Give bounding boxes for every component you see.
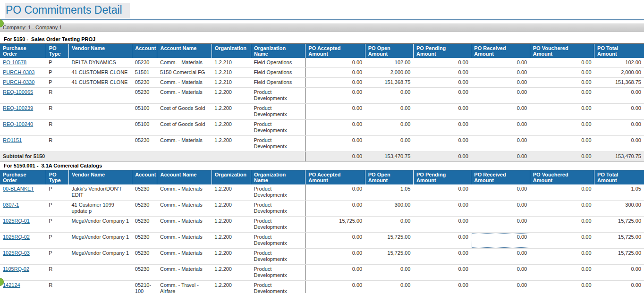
column-header-pending[interactable]: PO Pending Amount <box>414 44 471 58</box>
cell-vendor: MegaVendor Company 1 <box>68 233 132 249</box>
table-row: 1025RQ-02PMegaVendor Company 105230Comm.… <box>0 233 644 249</box>
section-header: For 5150 - Sales Order Testing PROJ <box>0 35 644 44</box>
cell-total: 0.00 <box>594 104 644 120</box>
cell-po: 142124 <box>0 281 46 293</box>
cell-pending: 0.00 <box>414 233 471 249</box>
cell-po: RQ1151 <box>0 136 46 152</box>
table-row: PURCH-0330P41 CUSTOMER CLONE05230Comm. -… <box>0 78 644 88</box>
column-header-org_name[interactable]: Organization Name <box>251 170 305 184</box>
cell-account_name: Comm. - Materials <box>157 58 212 68</box>
cell-total: 15,725.00 <box>594 249 644 265</box>
cell-org_name: Product Developmentx <box>251 136 305 152</box>
cell-vouchered: 0.00 <box>530 265 594 281</box>
cell-account: 05230 <box>132 184 157 201</box>
column-header-account_name[interactable]: Account Name <box>157 44 212 58</box>
column-header-account_name[interactable]: Account Name <box>157 170 212 184</box>
column-header-po[interactable]: Purchase Order <box>0 170 46 184</box>
cell-vendor <box>68 281 132 293</box>
po-link[interactable]: REQ-100240 <box>3 121 33 127</box>
subtotal-open: 153,470.75 <box>365 152 413 162</box>
cell-po_type: R <box>46 120 68 136</box>
column-header-org[interactable]: Organization <box>212 170 251 184</box>
column-header-open[interactable]: PO Open Amount <box>365 170 413 184</box>
cell-vendor <box>68 120 132 136</box>
table-row: 1025RQ-01PMegaVendor Company 105230Comm.… <box>0 217 644 233</box>
cell-received: 0.00 <box>471 120 530 136</box>
cell-org: 1.2.200 <box>212 120 251 136</box>
cell-vouchered: 0.00 <box>530 58 594 68</box>
cell-received-focused[interactable]: 0.00 <box>471 233 530 249</box>
po-link[interactable]: REQ-100239 <box>3 105 33 111</box>
column-header-vendor[interactable]: Vendor Name <box>68 44 132 58</box>
column-header-vouchered[interactable]: PO Vouchered Amount <box>530 170 594 184</box>
column-header-total[interactable]: PO Total Amount <box>594 44 644 58</box>
column-header-account[interactable]: Account <box>132 170 157 184</box>
cell-vouchered: 0.00 <box>530 249 594 265</box>
subtotal-pending: 0.00 <box>414 152 471 162</box>
cell-vendor <box>68 136 132 152</box>
table-row: REQ-100239R05100Cost of Goods Sold1.2.20… <box>0 104 644 120</box>
table-row: 0307-1P41 Customer 1099 update p05230Com… <box>0 201 644 217</box>
column-header-org_name[interactable]: Organization Name <box>251 44 305 58</box>
po-link[interactable]: 1105RQ-02 <box>3 266 29 272</box>
column-header-po_type[interactable]: PO Type <box>46 170 68 184</box>
po-link[interactable]: PURCH-0303 <box>3 69 34 75</box>
cell-received: 0.00 <box>471 201 530 217</box>
cell-accepted: 0.00 <box>305 58 365 68</box>
cell-open: 2,000.00 <box>365 68 413 78</box>
cell-pending: 0.00 <box>414 217 471 233</box>
column-header-vouchered[interactable]: PO Vouchered Amount <box>530 44 594 58</box>
column-header-open[interactable]: PO Open Amount <box>365 44 413 58</box>
table-row: 00-BLANKETPJakki's Vendor/DON'T EDIT0523… <box>0 184 644 201</box>
column-header-account[interactable]: Account <box>132 44 157 58</box>
cell-accepted: 0.00 <box>305 265 365 281</box>
po-commitments-table: Purchase OrderPO TypeVendor NameAccountA… <box>0 170 644 293</box>
cell-pending: 0.00 <box>414 120 471 136</box>
po-link[interactable]: RQ1151 <box>3 137 22 143</box>
cell-po_type: P <box>46 217 68 233</box>
cell-received: 0.00 <box>471 136 530 152</box>
cell-account_name: Comm. - Materials <box>157 88 212 104</box>
cell-total: 0.00 <box>594 281 644 293</box>
po-link[interactable]: PURCH-0330 <box>3 79 34 85</box>
cell-account_name: Comm. - Materials <box>157 184 212 201</box>
cell-vouchered: 0.00 <box>530 201 594 217</box>
column-header-org[interactable]: Organization <box>212 44 251 58</box>
column-header-total[interactable]: PO Total Amount <box>594 170 644 184</box>
cell-org: 1.2.200 <box>212 265 251 281</box>
cell-accepted: 15,725.00 <box>305 217 365 233</box>
po-link[interactable]: PO-10578 <box>3 59 26 65</box>
cell-received: 0.00 <box>471 265 530 281</box>
cell-total: 15,725.00 <box>594 217 644 233</box>
po-link[interactable]: 1025RQ-02 <box>3 234 30 240</box>
cell-po_type: P <box>46 68 68 78</box>
column-header-accepted[interactable]: PO Accepted Amount <box>305 170 365 184</box>
cell-org: 1.2.210 <box>212 68 251 78</box>
column-header-vendor[interactable]: Vendor Name <box>68 170 132 184</box>
column-header-received[interactable]: PO Received Amount <box>471 170 530 184</box>
po-link[interactable]: 142124 <box>3 282 20 288</box>
po-link[interactable]: REQ-100065 <box>3 89 33 95</box>
cell-account: 05230 <box>132 265 157 281</box>
po-link[interactable]: 1025RQ-01 <box>3 218 30 224</box>
po-link[interactable]: 0307-1 <box>3 202 19 208</box>
cell-received: 0.00 <box>471 88 530 104</box>
cell-account: 05100 <box>132 104 157 120</box>
cell-account: 05230 <box>132 217 157 233</box>
cell-vouchered: 0.00 <box>530 120 594 136</box>
column-header-po[interactable]: Purchase Order <box>0 44 46 58</box>
column-header-pending[interactable]: PO Pending Amount <box>414 170 471 184</box>
cell-po: 0307-1 <box>0 201 46 217</box>
cell-org: 1.2.200 <box>212 136 251 152</box>
cell-vendor: 41 CUSTOMER CLONE <box>68 68 132 78</box>
cell-po_type: P <box>46 249 68 265</box>
cell-accepted: 0.00 <box>305 104 365 120</box>
po-link[interactable]: 1025RQ-03 <box>3 250 30 256</box>
cell-account_name: Comm. - Materials <box>157 265 212 281</box>
column-header-accepted[interactable]: PO Accepted Amount <box>305 44 365 58</box>
column-header-received[interactable]: PO Received Amount <box>471 44 530 58</box>
column-header-po_type[interactable]: PO Type <box>46 44 68 58</box>
table-row: PO-10578PDELTA DYNAMICS05230Comm. - Mate… <box>0 58 644 68</box>
po-link[interactable]: 00-BLANKET <box>3 186 34 192</box>
cell-pending: 0.00 <box>414 88 471 104</box>
